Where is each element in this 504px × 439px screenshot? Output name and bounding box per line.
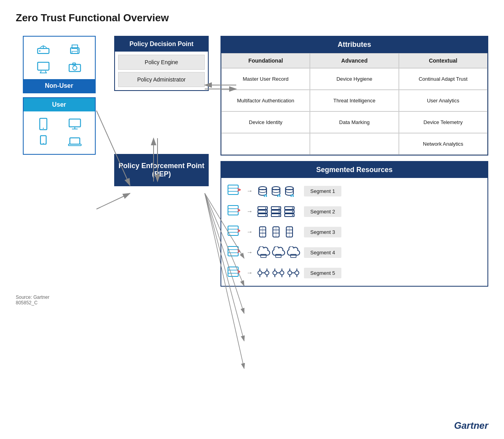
db-icon-1b bbox=[270, 185, 282, 197]
pep-box: Policy Enforcement Point (PEP) bbox=[114, 154, 209, 186]
barrel-icon-3c bbox=[284, 226, 295, 238]
db-icon-1a bbox=[257, 185, 269, 197]
segmented-header: Segmented Resources bbox=[221, 162, 487, 178]
seg-arrow-1: → bbox=[246, 187, 253, 194]
api-icon-5b bbox=[272, 267, 285, 279]
svg-point-78 bbox=[292, 215, 293, 216]
db-icon-1c bbox=[284, 185, 295, 197]
seg-icons-2 bbox=[257, 206, 300, 217]
firewall-icon-4 bbox=[227, 245, 243, 260]
server-icon-2a bbox=[257, 206, 269, 217]
right-section: Attributes Foundational Advanced Context… bbox=[213, 36, 488, 287]
pdp-box: Policy Decision Point Policy Engine Poli… bbox=[114, 36, 209, 91]
cell-continual-adapt: Continual Adapt Trust bbox=[399, 68, 487, 90]
svg-rect-100 bbox=[228, 267, 238, 276]
source-label: Source: Gartner bbox=[16, 295, 488, 300]
seg-icons-1 bbox=[257, 185, 300, 197]
tv-icon bbox=[36, 59, 50, 74]
seg-arrow-3: → bbox=[246, 228, 253, 235]
api-icon-5a bbox=[257, 267, 270, 279]
cell-user-analytics: User Analytics bbox=[399, 90, 487, 111]
svg-rect-24 bbox=[37, 62, 49, 70]
segment-row-5: → bbox=[227, 264, 482, 282]
segment-1-label: Segment 1 bbox=[304, 186, 341, 196]
svg-line-18 bbox=[40, 46, 43, 48]
cell-device-identity: Device Identity bbox=[221, 111, 310, 133]
segment-4-label: Segment 4 bbox=[304, 247, 341, 258]
col-advanced: Advanced bbox=[310, 53, 398, 68]
attributes-box: Attributes Foundational Advanced Context… bbox=[220, 36, 488, 156]
cell-device-hygiene: Device Hygiene bbox=[310, 68, 398, 90]
cloud-icon-4b bbox=[272, 246, 285, 258]
col-foundational: Foundational bbox=[221, 53, 310, 68]
cell-empty-2 bbox=[310, 133, 398, 155]
firewall-icon-5 bbox=[227, 265, 243, 280]
svg-rect-39 bbox=[69, 144, 81, 146]
user-label: User bbox=[24, 98, 95, 111]
svg-point-32 bbox=[43, 128, 44, 129]
svg-rect-94 bbox=[228, 246, 238, 256]
seg-arrow-2: → bbox=[246, 208, 253, 215]
seg-arrow-4: → bbox=[246, 249, 253, 256]
pdp-header: Policy Decision Point bbox=[115, 37, 208, 52]
cell-mfa: Multifactor Authentication bbox=[221, 90, 310, 111]
svg-point-118 bbox=[295, 271, 299, 275]
cell-data-marking: Data Marking bbox=[310, 111, 398, 133]
svg-point-77 bbox=[292, 211, 293, 212]
segment-row-4: → bbox=[227, 243, 482, 261]
cell-device-telemetry: Device Telemetry bbox=[399, 111, 487, 133]
cloud-icon-4c bbox=[287, 246, 300, 258]
cell-empty-1 bbox=[221, 133, 310, 155]
camera-icon bbox=[68, 59, 82, 74]
cell-network-analytics: Network Analytics bbox=[399, 133, 487, 155]
seg-icons-4 bbox=[257, 246, 300, 258]
firewall-icon-1 bbox=[227, 183, 243, 198]
svg-point-110 bbox=[273, 271, 277, 275]
printer-icon bbox=[68, 42, 82, 56]
firewall-icon-3 bbox=[227, 224, 243, 239]
svg-point-117 bbox=[288, 271, 292, 275]
laptop-icon bbox=[68, 134, 82, 148]
gartner-logo: Gartner bbox=[454, 420, 488, 431]
server-icon-2b bbox=[270, 206, 282, 217]
svg-point-72 bbox=[279, 215, 280, 216]
segment-2-label: Segment 2 bbox=[304, 206, 341, 217]
cell-threat-intel: Threat Intelligence bbox=[310, 90, 398, 111]
svg-point-103 bbox=[258, 271, 262, 275]
non-user-block: Non-User bbox=[23, 36, 96, 93]
barrel-icon-3b bbox=[270, 226, 282, 238]
col-contextual: Contextual bbox=[399, 53, 487, 68]
firewall-icon-2 bbox=[227, 204, 243, 219]
tablet2-icon bbox=[36, 134, 50, 148]
segment-5-label: Segment 5 bbox=[304, 268, 341, 278]
tablet-icon bbox=[36, 117, 50, 131]
middle-section: Policy Decision Point Policy Engine Poli… bbox=[102, 36, 213, 287]
svg-point-29 bbox=[73, 66, 77, 70]
segmented-box: Segmented Resources → bbox=[220, 161, 488, 287]
svg-rect-79 bbox=[228, 226, 238, 235]
svg-point-37 bbox=[43, 143, 44, 144]
svg-line-19 bbox=[43, 46, 47, 48]
cell-master-user: Master User Record bbox=[221, 68, 310, 90]
pdp-inner: Policy Engine Policy Administrator bbox=[115, 52, 208, 90]
router-icon bbox=[36, 42, 50, 56]
policy-engine-item: Policy Engine bbox=[118, 55, 205, 70]
svg-point-14 bbox=[39, 50, 41, 52]
svg-point-76 bbox=[292, 207, 293, 209]
segment-row-1: → bbox=[227, 182, 482, 200]
svg-point-111 bbox=[280, 271, 284, 275]
segmented-content: → bbox=[221, 178, 487, 286]
source-id: 805852_C bbox=[16, 300, 488, 306]
svg-rect-38 bbox=[70, 138, 80, 144]
segment-row-3: → bbox=[227, 223, 482, 241]
svg-rect-36 bbox=[41, 136, 46, 144]
seg-arrow-5: → bbox=[246, 269, 253, 276]
user-block: User bbox=[23, 97, 96, 155]
svg-point-70 bbox=[279, 207, 280, 209]
svg-rect-33 bbox=[69, 119, 81, 127]
seg-icons-5 bbox=[257, 267, 300, 279]
non-user-icons bbox=[24, 37, 95, 79]
svg-point-65 bbox=[265, 211, 267, 212]
server-icon-2c bbox=[284, 206, 295, 217]
left-entities-section: Non-User User bbox=[16, 36, 102, 287]
